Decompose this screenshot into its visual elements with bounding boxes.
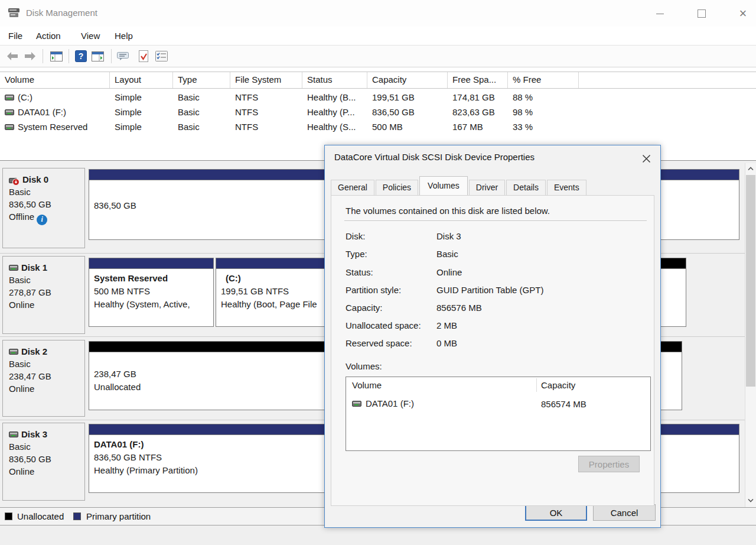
field-label-capacity: Capacity: xyxy=(346,303,383,313)
console-tree-icon[interactable] xyxy=(48,49,64,63)
legend-swatch-primary xyxy=(73,512,81,520)
properties-button[interactable]: Properties xyxy=(578,456,640,472)
disk-icon xyxy=(9,265,18,271)
field-label-unallocated: Unallocated space: xyxy=(346,320,421,330)
legend-swatch-unallocated xyxy=(5,512,12,520)
disk-icon xyxy=(9,432,18,437)
dialog-title: DataCore Virtual Disk SCSI Disk Device P… xyxy=(334,152,535,162)
col-pctfree[interactable]: % Free xyxy=(508,72,579,88)
listbox-col-volume[interactable]: Volume xyxy=(352,380,382,390)
disk3-size: 836,50 GB xyxy=(9,453,84,465)
drive-icon xyxy=(5,95,14,100)
disk1-name: Disk 1 xyxy=(9,261,84,274)
menu-view[interactable]: View xyxy=(81,31,100,41)
svg-text:?: ? xyxy=(79,51,84,61)
back-icon[interactable] xyxy=(5,49,20,63)
tab-volumes[interactable]: Volumes xyxy=(419,176,468,195)
dialog-tabs: General Policies Volumes Driver Details … xyxy=(331,177,588,195)
col-status[interactable]: Status xyxy=(302,72,367,88)
vertical-scrollbar[interactable] xyxy=(745,163,756,507)
disk0-type: Basic xyxy=(9,186,84,198)
col-type[interactable]: Type xyxy=(173,72,230,88)
field-value-disk: Disk 3 xyxy=(436,231,461,241)
field-label-reserved: Reserved space: xyxy=(346,338,412,348)
field-value-status: Online xyxy=(436,267,462,277)
listbox-row-volume[interactable]: DATA01 (F:) xyxy=(352,398,414,408)
toolbar-separator xyxy=(111,49,112,63)
maximize-button[interactable] xyxy=(689,5,715,22)
legend-label-primary: Primary partition xyxy=(86,511,151,521)
disk2-size: 238,47 GB xyxy=(9,370,84,382)
minimize-button[interactable] xyxy=(647,5,673,22)
help-icon[interactable]: ? xyxy=(73,49,89,63)
forward-icon[interactable] xyxy=(22,49,38,63)
info-icon[interactable]: i xyxy=(37,215,47,225)
volumes-tab-page: The volumes contained on this disk are l… xyxy=(331,195,654,506)
scroll-up-icon[interactable] xyxy=(745,163,756,174)
col-volume[interactable]: Volume xyxy=(0,72,110,88)
disk1-panel[interactable]: Disk 1 Basic 278,87 GB Online xyxy=(2,256,85,334)
disk-offline-icon xyxy=(9,176,19,183)
disk1-status: Online xyxy=(9,299,84,311)
screentip-icon[interactable] xyxy=(116,49,131,63)
disk3-status: Online xyxy=(9,465,84,478)
field-value-partition-style: GUID Partition Table (GPT) xyxy=(436,285,543,295)
action-pane-icon[interactable] xyxy=(90,49,105,63)
disk3-name: Disk 3 xyxy=(9,428,84,440)
toolbar-separator xyxy=(43,49,43,63)
divider xyxy=(344,220,647,222)
drive-icon xyxy=(352,401,361,407)
listbox-col-capacity[interactable]: Capacity xyxy=(541,380,575,390)
tab-events[interactable]: Events xyxy=(547,180,586,195)
menu-file[interactable]: File xyxy=(8,31,22,41)
disk0-name: Disk 0 xyxy=(9,173,84,186)
menu-help[interactable]: Help xyxy=(115,31,133,41)
volumes-listbox[interactable]: Volume Capacity DATA01 (F:) 856574 MB xyxy=(346,377,651,451)
disk0-status: Offlinei xyxy=(9,210,84,225)
field-label-status: Status: xyxy=(346,267,373,277)
volume-row-c[interactable]: (C:) Simple Basic NTFS Healthy (B... 199… xyxy=(0,90,756,105)
col-capacity[interactable]: Capacity xyxy=(367,72,448,88)
disk2-panel[interactable]: Disk 2 Basic 238,47 GB Online xyxy=(2,340,85,417)
field-label-partition-style: Partition style: xyxy=(346,285,401,295)
disk2-type: Basic xyxy=(9,358,84,370)
col-filesystem[interactable]: File System xyxy=(230,72,302,88)
disk1-partition-system-reserved[interactable]: System Reserved 500 MB NTFS Healthy (Sys… xyxy=(89,258,214,327)
scroll-down-icon[interactable] xyxy=(745,495,756,506)
field-value-unallocated: 2 MB xyxy=(436,320,457,330)
disk1-size: 278,87 GB xyxy=(9,286,84,299)
menu-action[interactable]: Action xyxy=(36,31,61,41)
disk0-panel[interactable]: Disk 0 Basic 836,50 GB Offlinei xyxy=(2,168,85,248)
col-layout[interactable]: Layout xyxy=(110,72,173,88)
disk3-type: Basic xyxy=(9,440,84,453)
volume-row-data01[interactable]: DATA01 (F:) Simple Basic NTFS Healthy (P… xyxy=(0,105,756,119)
field-value-type: Basic xyxy=(436,249,458,259)
col-freespace[interactable]: Free Spa... xyxy=(448,72,508,88)
cancel-button[interactable]: Cancel xyxy=(593,504,656,521)
dialog-close-icon[interactable] xyxy=(639,151,653,166)
legend-label-unallocated: Unallocated xyxy=(17,511,64,521)
check-document-icon[interactable] xyxy=(136,49,151,63)
partition-band xyxy=(89,258,213,269)
field-value-capacity: 856576 MB xyxy=(436,303,482,313)
disk3-panel[interactable]: Disk 3 Basic 836,50 GB Online xyxy=(2,423,85,501)
field-label-disk: Disk: xyxy=(346,231,365,241)
listbox-row-capacity: 856574 MB xyxy=(541,399,586,409)
task-list-icon[interactable] xyxy=(154,49,169,63)
dialog-intro-text: The volumes contained on this disk are l… xyxy=(346,206,550,216)
tab-general[interactable]: General xyxy=(331,180,374,195)
tab-policies[interactable]: Policies xyxy=(376,180,418,195)
field-label-type: Type: xyxy=(346,249,367,259)
disk-management-window: Disk Management × File Action View Help … xyxy=(0,0,756,545)
disk0-size: 836,50 GB xyxy=(9,198,84,210)
tab-details[interactable]: Details xyxy=(506,180,546,195)
volumes-list-label: Volumes: xyxy=(346,361,382,371)
close-button[interactable]: × xyxy=(730,5,756,22)
tab-driver[interactable]: Driver xyxy=(469,180,505,195)
titlebar: Disk Management × xyxy=(0,0,756,27)
volume-row-system-reserved[interactable]: System Reserved Simple Basic NTFS Health… xyxy=(0,119,756,134)
scrollbar-thumb[interactable] xyxy=(746,175,755,387)
window-bottom-area xyxy=(0,525,756,545)
field-value-reserved: 0 MB xyxy=(436,338,457,348)
ok-button[interactable]: OK xyxy=(525,504,587,521)
